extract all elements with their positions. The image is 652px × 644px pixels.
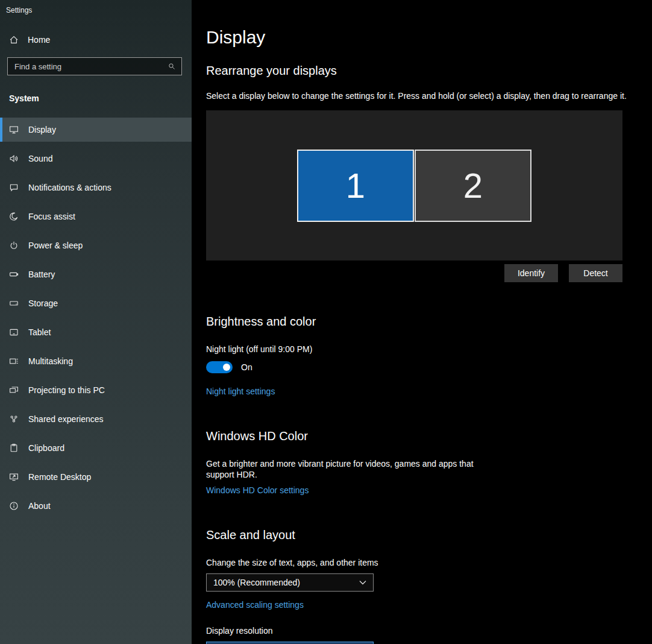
night-light-label: Night light (off until 9:00 PM) [206, 344, 652, 354]
sidebar-item-label: Storage [28, 298, 58, 308]
sidebar-item-label: Multitasking [28, 356, 73, 366]
sidebar-item-label: Display [28, 125, 56, 134]
sidebar-item-label: Focus assist [28, 212, 75, 221]
monitor-2[interactable]: 2 [415, 150, 531, 222]
toggle-knob [223, 364, 230, 371]
rearrange-description: Select a display below to change the set… [206, 91, 652, 101]
main-content: Display Rearrange your displays Select a… [192, 0, 652, 644]
sidebar-item-tablet[interactable]: Tablet [0, 320, 192, 344]
sidebar-item-label: Tablet [28, 327, 51, 337]
sidebar-item-label: Clipboard [28, 443, 64, 453]
toggle-state-label: On [241, 362, 252, 372]
sidebar-item-notifications[interactable]: Notifications & actions [0, 175, 192, 200]
tablet-icon [9, 327, 19, 337]
sidebar-item-label: Battery [28, 270, 55, 279]
identify-button[interactable]: Identify [504, 264, 558, 282]
about-icon [9, 501, 19, 511]
clipboard-icon [9, 443, 19, 453]
night-light-toggle-row: On [206, 361, 652, 373]
sidebar: Settings Home System Display Sound Notif… [0, 0, 192, 644]
rearrange-heading: Rearrange your displays [206, 64, 652, 78]
sidebar-item-label: Power & sleep [28, 241, 83, 250]
focus-assist-icon [9, 212, 19, 221]
multitasking-icon [9, 356, 19, 366]
search-input[interactable] [13, 62, 168, 72]
sidebar-item-display[interactable]: Display [0, 118, 192, 142]
window-title: Settings [0, 5, 192, 14]
scale-dropdown-value: 100% (Recommended) [213, 578, 300, 587]
sidebar-item-storage[interactable]: Storage [0, 291, 192, 315]
notifications-icon [9, 183, 19, 192]
scale-dropdown[interactable]: 100% (Recommended) [206, 573, 374, 592]
resolution-dropdown[interactable]: 1920 × 1200 (Recommended) [206, 642, 374, 644]
identify-detect-row: Identify Detect [206, 264, 622, 282]
sidebar-item-about[interactable]: About [0, 494, 192, 518]
sidebar-item-shared-experiences[interactable]: Shared experiences [0, 407, 192, 431]
sidebar-section-system: System [0, 93, 192, 103]
remote-desktop-icon [9, 472, 19, 482]
projecting-icon [9, 385, 19, 395]
sidebar-item-home[interactable]: Home [0, 29, 192, 51]
sidebar-item-label: Notifications & actions [28, 183, 111, 192]
sidebar-item-focus-assist[interactable]: Focus assist [0, 204, 192, 229]
sidebar-item-label: Sound [28, 154, 52, 163]
sidebar-item-multitasking[interactable]: Multitasking [0, 349, 192, 373]
home-icon [9, 35, 19, 45]
sidebar-nav: Display Sound Notifications & actions Fo… [0, 118, 192, 518]
hdr-heading: Windows HD Color [206, 429, 652, 443]
monitor-1[interactable]: 1 [297, 150, 414, 222]
hdr-description: Get a brighter and more vibrant picture … [206, 459, 489, 481]
advanced-scaling-link[interactable]: Advanced scaling settings [206, 600, 304, 610]
sidebar-item-label: Remote Desktop [28, 472, 91, 482]
selected-accent-bar [0, 118, 2, 142]
shared-experiences-icon [9, 414, 19, 424]
scale-heading: Scale and layout [206, 528, 652, 542]
sidebar-item-projecting[interactable]: Projecting to this PC [0, 378, 192, 402]
battery-icon [9, 270, 19, 279]
hdr-settings-link[interactable]: Windows HD Color settings [206, 485, 309, 495]
brightness-heading: Brightness and color [206, 315, 652, 329]
night-light-toggle[interactable] [206, 361, 233, 373]
search-box[interactable] [7, 57, 182, 75]
sidebar-item-label: Shared experiences [28, 414, 104, 424]
night-light-settings-link[interactable]: Night light settings [206, 387, 275, 396]
sidebar-item-power-sleep[interactable]: Power & sleep [0, 233, 192, 257]
sidebar-item-remote-desktop[interactable]: Remote Desktop [0, 465, 192, 489]
display-icon [9, 125, 19, 134]
detect-button[interactable]: Detect [569, 264, 622, 282]
sidebar-item-sound[interactable]: Sound [0, 147, 192, 171]
scale-size-label: Change the size of text, apps, and other… [206, 558, 652, 567]
page-title: Display [206, 27, 652, 48]
home-label: Home [28, 35, 50, 45]
chevron-down-icon [359, 580, 366, 585]
resolution-label: Display resolution [206, 626, 652, 636]
sidebar-item-label: Projecting to this PC [28, 385, 105, 395]
storage-icon [9, 298, 19, 308]
power-icon [9, 241, 19, 250]
sidebar-item-label: About [28, 501, 51, 511]
sidebar-item-battery[interactable]: Battery [0, 262, 192, 286]
sidebar-item-clipboard[interactable]: Clipboard [0, 436, 192, 460]
search-icon[interactable] [168, 62, 176, 71]
display-arrangement-panel[interactable]: 1 2 [206, 110, 622, 260]
sound-icon [9, 154, 19, 163]
